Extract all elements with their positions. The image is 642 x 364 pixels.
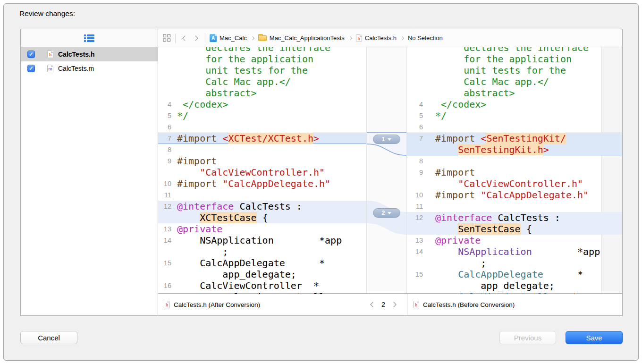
file-row-calctests-h[interactable]: ✓ h CalcTests.h <box>21 47 158 61</box>
line-number <box>407 178 428 189</box>
code-token: < <box>222 133 228 144</box>
code-text: CalcViewController * <box>428 291 577 294</box>
line-number <box>407 65 428 76</box>
code-row: 7#import <SenTestingKit/ <box>407 133 622 144</box>
breadcrumb-file[interactable]: h CalcTests.h <box>356 34 397 42</box>
change-bubble[interactable]: 2 <box>373 208 400 218</box>
code-row: 7#import <XCTest/XCTest.h> <box>158 133 366 144</box>
line-number <box>158 47 175 53</box>
line-number: 13 <box>407 235 428 246</box>
code-text: @interface CalcTests : <box>175 201 302 212</box>
change-number: 1 <box>382 136 385 143</box>
code-token: SenTestingKit.h <box>458 144 543 155</box>
code-text: @private <box>175 223 222 235</box>
code-token: @interface <box>435 212 492 223</box>
code-text: app_delegate; <box>428 280 555 291</box>
code-text: */ <box>175 110 188 121</box>
file-row-calctests-m[interactable]: ✓ m CalcTests.m <box>21 61 158 76</box>
code-row: 6 <box>407 121 622 133</box>
code-text: for the application <box>175 53 313 65</box>
code-text: calc_view_controller <box>175 291 336 294</box>
file-checkbox[interactable]: ✓ <box>27 51 35 58</box>
code-text: CalcAppDelegate * <box>428 269 583 280</box>
code-token: { <box>521 223 532 235</box>
line-number: 9 <box>407 167 428 178</box>
related-items-icon[interactable] <box>163 34 171 42</box>
code-token <box>177 212 200 223</box>
dialog-title: Review changes: <box>19 9 75 18</box>
code-text: abstract> <box>175 87 257 99</box>
diff-left-pane[interactable]: declares the interface for the applicati… <box>158 47 367 294</box>
line-number <box>158 212 175 223</box>
code-token: * <box>560 291 577 294</box>
code-token: declares the interface <box>435 47 589 53</box>
chevron-down-icon <box>388 212 391 214</box>
code-token: *app <box>532 246 600 257</box>
code-rows: declares the interface for the applicati… <box>158 47 366 294</box>
code-token: ; <box>177 246 228 257</box>
file-checkbox[interactable]: ✓ <box>27 65 35 72</box>
back-icon[interactable] <box>182 35 187 41</box>
code-text: #import "CalcAppDelegate.h" <box>175 178 330 189</box>
file-label: CalcTests.h <box>58 51 95 58</box>
footer-left-label: CalcTests.h (After Conversion) <box>174 301 260 308</box>
code-token: "CalcViewController.h" <box>435 178 583 189</box>
code-token: #import <box>177 178 222 189</box>
h-file-icon: h <box>356 34 362 42</box>
code-row: for the application <box>407 53 622 65</box>
line-number: 15 <box>407 269 428 280</box>
breadcrumb-selection[interactable]: No Selection <box>408 34 443 42</box>
code-token: * <box>543 269 583 280</box>
next-change-icon[interactable] <box>391 302 396 307</box>
code-row: 9#import <box>158 155 366 167</box>
code-token: </codex> <box>435 99 486 110</box>
code-row: 11 <box>158 189 366 201</box>
code-token <box>435 144 458 155</box>
code-text: Calc Mac app.</ <box>428 76 549 87</box>
code-text <box>428 201 435 212</box>
line-number: 8 <box>407 155 428 167</box>
code-token: < <box>481 133 486 144</box>
line-number: 14 <box>407 246 428 257</box>
code-row: app_delegate; <box>407 280 622 291</box>
previous-button[interactable]: Previous <box>499 331 556 344</box>
line-number <box>407 53 428 65</box>
diff-right-pane[interactable]: declares the interface for the applicati… <box>407 47 622 294</box>
code-row: 8 <box>158 144 366 155</box>
forward-icon[interactable] <box>193 35 198 41</box>
code-row: 5*/ <box>407 110 622 121</box>
change-bubble[interactable]: 1 <box>373 135 400 144</box>
code-row: 6 <box>158 121 366 133</box>
breadcrumb-separator <box>348 36 352 40</box>
code-token: app_delegate; <box>435 280 555 291</box>
line-number: 15 <box>158 257 175 269</box>
previous-change-icon[interactable] <box>370 302 375 307</box>
code-token: SenTestCase <box>458 223 520 235</box>
line-number: 6 <box>158 121 175 133</box>
save-button[interactable]: Save <box>566 331 623 344</box>
code-row: ; <box>158 246 366 257</box>
code-text <box>175 144 177 155</box>
code-row: 4 </codex> <box>407 99 622 110</box>
list-view-icon[interactable] <box>84 34 94 42</box>
code-token: CalcTests : <box>492 212 560 223</box>
line-number <box>407 257 428 269</box>
code-token: XCTestCase <box>200 212 256 223</box>
code-token: */ <box>177 110 188 121</box>
code-row: "CalcViewController.h" <box>407 178 622 189</box>
code-token: "CalcAppDelegate.h" <box>481 189 589 201</box>
code-row: 15 CalcAppDelegate * <box>407 269 622 280</box>
code-row: 13@private <box>407 235 622 246</box>
code-token: for the application <box>177 53 313 65</box>
code-token: calc_view_controller <box>177 291 336 294</box>
code-row: 13@private <box>158 223 366 235</box>
change-navigator: 2 <box>371 301 396 308</box>
cancel-button[interactable]: Cancel <box>20 331 77 344</box>
code-text: #import <SenTestingKit/ <box>428 133 566 144</box>
code-row: 9#import <box>407 167 622 178</box>
breadcrumb-group[interactable]: Mac_Calc_ApplicationTests <box>258 34 345 42</box>
breadcrumb-project[interactable]: A Mac_Calc <box>210 34 247 42</box>
line-number <box>158 87 175 99</box>
breadcrumb-separator <box>400 36 404 40</box>
code-row: declares the interface <box>158 47 366 53</box>
